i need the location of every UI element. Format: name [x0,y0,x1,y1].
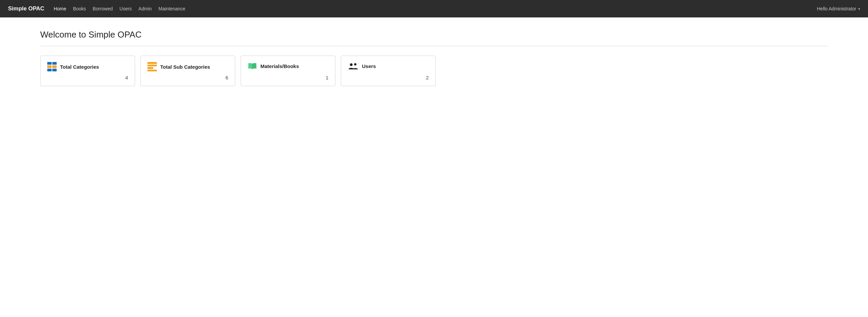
nav-item-borrowed[interactable]: Borrowed [93,6,113,12]
nav-link-maintenance[interactable]: Maintenance [158,6,185,11]
subcategories-icon [148,62,157,71]
stat-card-total-categories: Total Categories 4 [40,56,135,86]
nav-link-books[interactable]: Books [73,6,86,11]
svg-point-1 [354,63,356,66]
categories-icon [47,62,57,71]
page-divider [40,46,828,46]
card-header-categories: Total Categories [47,62,128,71]
stat-card-users: Users 2 [341,56,436,86]
nav-link-home[interactable]: Home [54,6,66,11]
stat-card-materials-books: Materials/Books 1 [241,56,336,86]
users-count: 2 [348,75,429,81]
stat-card-total-subcategories: Total Sub Categories 6 [141,56,235,86]
nav-item-users[interactable]: Users [120,6,132,12]
categories-count: 4 [47,75,128,81]
card-header-subcategories: Total Sub Categories [148,62,228,71]
nav-link-borrowed[interactable]: Borrowed [93,6,113,11]
navbar-nav: Home Books Borrowed Users Admin Maintena… [54,6,185,12]
nav-link-admin[interactable]: Admin [138,6,152,11]
users-icon [348,62,359,70]
page-title: Welcome to Simple OPAC [40,30,828,40]
subcategories-count: 6 [148,75,228,81]
main-content: Welcome to Simple OPAC [0,18,868,98]
user-greeting: Hello Administrator [817,6,857,11]
svg-point-0 [350,63,352,66]
users-label: Users [362,63,376,69]
book-icon [248,62,257,70]
navbar-left: Simple OPAC Home Books Borrowed Users Ad… [8,5,185,12]
stats-grid: Total Categories 4 Total Sub Categories … [40,56,436,86]
categories-label: Total Categories [60,64,99,70]
user-dropdown-arrow: ▾ [858,7,860,11]
card-header-users: Users [348,62,429,70]
user-menu[interactable]: Hello Administrator ▾ [817,6,860,11]
nav-item-books[interactable]: Books [73,6,86,12]
navbar-brand: Simple OPAC [8,5,44,12]
card-header-books: Materials/Books [248,62,329,70]
nav-item-admin[interactable]: Admin [138,6,152,12]
navbar: Simple OPAC Home Books Borrowed Users Ad… [0,0,868,18]
nav-link-users[interactable]: Users [120,6,132,11]
nav-item-maintenance[interactable]: Maintenance [158,6,185,12]
nav-item-home[interactable]: Home [54,6,66,12]
books-label: Materials/Books [260,63,299,69]
subcategories-label: Total Sub Categories [160,64,210,70]
books-count: 1 [248,75,329,81]
